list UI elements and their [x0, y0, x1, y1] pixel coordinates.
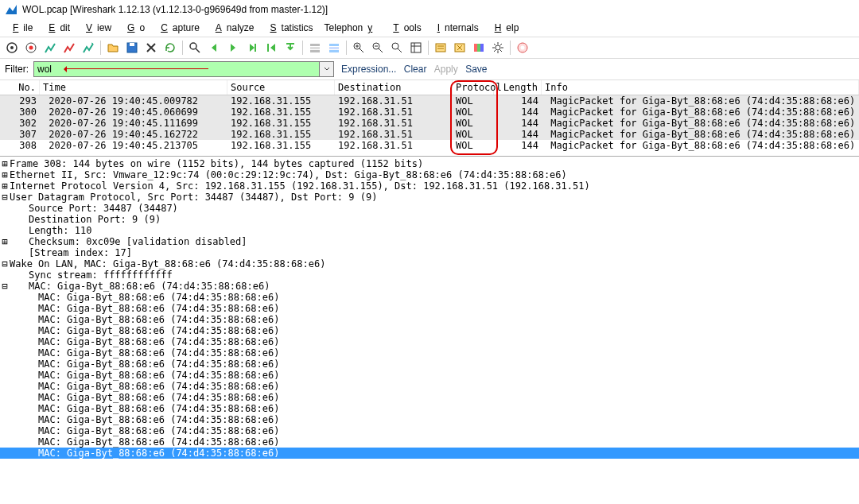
detail-row[interactable]: MAC: Giga-Byt_88:68:e6 (74:d4:35:88:68:e… — [0, 370, 859, 381]
tb-help-icon[interactable] — [514, 39, 531, 56]
col-protocol[interactable]: Protocol — [453, 80, 494, 95]
packet-details[interactable]: ⊞Frame 308: 144 bytes on wire (1152 bits… — [0, 156, 859, 459]
tb-colorize-icon[interactable] — [306, 39, 324, 56]
expand-icon[interactable]: ⊞ — [0, 180, 10, 192]
menu-statistics[interactable]: Statistics — [261, 21, 318, 35]
tb-save-icon[interactable] — [123, 39, 141, 56]
packet-row[interactable]: 300 2020-07-26 19:40:45.060699192.168.31… — [0, 107, 859, 118]
detail-row[interactable]: MAC: Giga-Byt_88:68:e6 (74:d4:35:88:68:e… — [0, 403, 859, 414]
expand-icon[interactable]: ⊟ — [0, 281, 10, 292]
tb-capfilter-icon[interactable] — [432, 39, 449, 56]
app-icon — [5, 3, 17, 16]
tb-reload-icon[interactable] — [161, 39, 179, 56]
detail-row[interactable]: ⊞Ethernet II, Src: Vmware_12:9c:74 (00:0… — [0, 169, 859, 180]
col-info[interactable]: Info — [542, 80, 859, 95]
detail-row[interactable]: MAC: Giga-Byt_88:68:e6 (74:d4:35:88:68:e… — [0, 303, 859, 314]
detail-row[interactable]: ⊟Wake On LAN, MAC: Giga-Byt_88:68:e6 (74… — [0, 258, 859, 269]
detail-row[interactable]: Destination Port: 9 (9) — [0, 214, 859, 225]
menu-tools[interactable]: Tools — [383, 21, 426, 35]
svg-rect-7 — [255, 44, 256, 52]
detail-row[interactable]: MAC: Giga-Byt_88:68:e6 (74:d4:35:88:68:e… — [0, 448, 859, 459]
tb-autoscroll-icon[interactable] — [325, 39, 343, 56]
col-no[interactable]: No. — [0, 80, 40, 95]
detail-row[interactable]: ⊞Internet Protocol Version 4, Src: 192.1… — [0, 180, 859, 192]
filter-save-link[interactable]: Save — [463, 64, 489, 75]
tb-start-icon[interactable] — [41, 39, 59, 56]
detail-row[interactable]: MAC: Giga-Byt_88:68:e6 (74:d4:35:88:68:e… — [0, 359, 859, 370]
detail-row[interactable]: MAC: Giga-Byt_88:68:e6 (74:d4:35:88:68:e… — [0, 314, 859, 325]
detail-row[interactable]: MAC: Giga-Byt_88:68:e6 (74:d4:35:88:68:e… — [0, 414, 859, 425]
detail-row[interactable]: ⊞Checksum: 0xc09e [validation disabled] — [0, 236, 859, 247]
tb-forward-icon[interactable] — [224, 39, 242, 56]
filter-apply-link[interactable]: Apply — [432, 64, 461, 75]
filter-dropdown-icon[interactable] — [320, 61, 334, 77]
menu-analyze[interactable]: Analyze — [206, 21, 259, 35]
filter-input[interactable] — [33, 61, 320, 77]
detail-row[interactable]: MAC: Giga-Byt_88:68:e6 (74:d4:35:88:68:e… — [0, 336, 859, 347]
detail-row[interactable]: MAC: Giga-Byt_88:68:e6 (74:d4:35:88:68:e… — [0, 347, 859, 359]
menu-view[interactable]: View — [76, 21, 116, 35]
menu-help[interactable]: Help — [485, 21, 524, 35]
svg-point-17 — [392, 43, 398, 49]
menu-edit[interactable]: Edit — [39, 21, 75, 35]
filter-bar: Filter: Expression... Clear Apply Save — [0, 59, 859, 80]
expand-icon[interactable]: ⊞ — [0, 169, 10, 180]
detail-row[interactable]: MAC: Giga-Byt_88:68:e6 (74:d4:35:88:68:e… — [0, 292, 859, 303]
detail-row[interactable]: Length: 110 — [0, 225, 859, 236]
tb-close-icon[interactable] — [142, 39, 160, 56]
expand-icon[interactable]: ⊞ — [0, 236, 10, 247]
detail-row[interactable]: [Stream index: 17] — [0, 247, 859, 258]
detail-row[interactable]: MAC: Giga-Byt_88:68:e6 (74:d4:35:88:68:e… — [0, 325, 859, 336]
tb-resize-icon[interactable] — [407, 39, 425, 56]
packet-row[interactable]: 308 2020-07-26 19:40:45.213705192.168.31… — [0, 140, 859, 151]
tb-prefs-icon[interactable] — [489, 39, 507, 56]
tb-stop-icon[interactable] — [60, 39, 78, 56]
detail-row[interactable]: MAC: Giga-Byt_88:68:e6 (74:d4:35:88:68:e… — [0, 425, 859, 436]
tb-back-icon[interactable] — [205, 39, 223, 56]
detail-row[interactable]: ⊟User Datagram Protocol, Src Port: 34487… — [0, 192, 859, 203]
packet-list-header[interactable]: No. Time Source Destination Protocol Len… — [0, 80, 859, 95]
menu-capture[interactable]: Capture — [151, 21, 204, 35]
filter-expression-link[interactable]: Expression... — [339, 64, 398, 75]
svg-rect-14 — [329, 50, 339, 52]
expand-icon[interactable]: ⊞ — [0, 158, 10, 169]
packet-row[interactable]: 293 2020-07-26 19:40:45.009782192.168.31… — [0, 95, 859, 107]
filter-clear-link[interactable]: Clear — [402, 64, 430, 75]
tb-interfaces-icon[interactable] — [3, 39, 21, 56]
tb-zoomin-icon[interactable] — [350, 39, 367, 56]
tb-zoomout-icon[interactable] — [369, 39, 387, 56]
detail-row[interactable]: Source Port: 34487 (34487) — [0, 203, 859, 214]
tb-open-icon[interactable] — [104, 39, 122, 56]
menu-telephony[interactable]: Telephony — [320, 21, 383, 35]
tb-first-icon[interactable] — [262, 39, 280, 56]
packet-list[interactable]: No. Time Source Destination Protocol Len… — [0, 80, 859, 151]
detail-row[interactable]: Sync stream: ffffffffffff — [0, 269, 859, 281]
tb-last-icon[interactable] — [282, 39, 299, 56]
tb-goto-icon[interactable] — [243, 39, 261, 56]
svg-rect-11 — [310, 50, 320, 52]
menu-internals[interactable]: Internals — [428, 21, 484, 35]
tb-coloring-icon[interactable] — [470, 39, 488, 56]
tb-restart-icon[interactable] — [80, 39, 97, 56]
expand-icon[interactable]: ⊟ — [0, 258, 10, 269]
detail-row[interactable]: MAC: Giga-Byt_88:68:e6 (74:d4:35:88:68:e… — [0, 392, 859, 403]
detail-row[interactable]: ⊞Frame 308: 144 bytes on wire (1152 bits… — [0, 158, 859, 169]
col-destination[interactable]: Destination — [335, 80, 453, 95]
expand-icon[interactable]: ⊟ — [0, 192, 10, 203]
packet-row[interactable]: 302 2020-07-26 19:40:45.111699192.168.31… — [0, 118, 859, 129]
svg-rect-18 — [411, 43, 421, 52]
menu-file[interactable]: File — [3, 21, 37, 35]
tb-zoom100-icon[interactable] — [388, 39, 406, 56]
tb-dispfilter-icon[interactable] — [451, 39, 468, 56]
col-source[interactable]: Source — [227, 80, 335, 95]
tb-find-icon[interactable] — [186, 39, 204, 56]
detail-row[interactable]: ⊟MAC: Giga-Byt_88:68:e6 (74:d4:35:88:68:… — [0, 281, 859, 292]
tb-options-icon[interactable] — [22, 39, 40, 56]
detail-row[interactable]: MAC: Giga-Byt_88:68:e6 (74:d4:35:88:68:e… — [0, 381, 859, 392]
menu-go[interactable]: Go — [118, 21, 150, 35]
col-time[interactable]: Time — [40, 80, 227, 95]
packet-row[interactable]: 307 2020-07-26 19:40:45.162722192.168.31… — [0, 129, 859, 140]
svg-point-6 — [190, 43, 196, 49]
detail-row[interactable]: MAC: Giga-Byt_88:68:e6 (74:d4:35:88:68:e… — [0, 436, 859, 448]
col-length[interactable]: Length — [494, 80, 542, 95]
